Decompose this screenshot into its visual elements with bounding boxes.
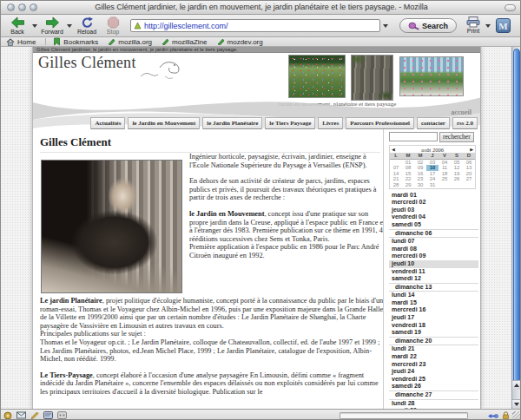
security-lock-icon[interactable]: [502, 411, 510, 420]
calendar-day[interactable]: 28: [390, 182, 402, 188]
home-button[interactable]: Home: [6, 38, 36, 46]
day-list-item[interactable]: mercredi 09: [389, 253, 478, 260]
personal-toolbar-link[interactable]: mozillaZine: [162, 38, 207, 46]
day-list-item[interactable]: vendredi 04: [389, 213, 478, 221]
stop-button[interactable]: Stop: [100, 16, 126, 36]
print-button[interactable]: Print: [463, 16, 484, 36]
day-list-item[interactable]: dimanche 13: [389, 283, 478, 292]
nav-item[interactable]: Parcours Professionnel: [346, 117, 414, 129]
calendar-day[interactable]: 31: [426, 182, 439, 188]
reload-button[interactable]: Reload: [74, 16, 100, 36]
bookmarks-button[interactable]: Bookmarks: [53, 37, 98, 46]
calendar-day[interactable]: 08: [402, 165, 414, 171]
calendar-day[interactable]: 13: [463, 165, 475, 171]
day-list-item[interactable]: mardi 01: [389, 192, 478, 200]
day-list-item[interactable]: vendredi 18: [389, 322, 478, 330]
calendar-day[interactable]: 01: [402, 159, 414, 165]
day-list-item[interactable]: mercredi 23: [389, 361, 478, 369]
day-list-item[interactable]: jeudi 24: [389, 368, 478, 376]
search-button[interactable]: Search: [399, 18, 457, 33]
print-dropdown-arrow[interactable]: [485, 24, 491, 28]
day-list-item[interactable]: jeudi 10: [389, 260, 478, 268]
calendar-day[interactable]: 23: [414, 176, 426, 182]
window-close-button[interactable]: [7, 3, 15, 11]
personal-toolbar-link[interactable]: mozdev.org: [217, 38, 263, 46]
calendar-day[interactable]: 22: [402, 176, 414, 182]
calendar-day[interactable]: 19: [451, 171, 463, 177]
calendar-day[interactable]: 05: [451, 159, 463, 165]
mozilla-throbber-logo[interactable]: M: [496, 18, 511, 33]
nav-item[interactable]: le Jardin Planétaire: [202, 117, 262, 129]
back-button[interactable]: Back: [4, 16, 30, 36]
forward-dropdown-arrow[interactable]: [67, 24, 72, 28]
personal-toolbar-link[interactable]: mozilla.org: [108, 38, 152, 46]
calendar-day[interactable]: 09: [414, 165, 426, 171]
calendar-day[interactable]: 04: [439, 159, 451, 165]
day-list-item[interactable]: samedi 26: [389, 383, 478, 390]
site-search-button[interactable]: rechercher: [439, 132, 474, 142]
accueil-link[interactable]: accueil: [451, 108, 472, 116]
day-list-item[interactable]: lundi 14: [389, 292, 478, 299]
day-list-item[interactable]: vendredi 11: [389, 268, 478, 276]
resize-grip[interactable]: [512, 411, 521, 420]
calendar-day[interactable]: 25: [439, 176, 451, 182]
site-search-input[interactable]: [389, 132, 438, 141]
forward-button[interactable]: Forward: [39, 16, 65, 36]
component-extra-icon[interactable]: [57, 411, 67, 419]
nav-item[interactable]: rss 2.0: [452, 117, 478, 129]
nav-item[interactable]: contacter: [417, 117, 450, 129]
calendar-day[interactable]: 30: [414, 182, 426, 188]
day-list-item[interactable]: jeudi 03: [389, 207, 478, 214]
online-status-icon[interactable]: [488, 412, 498, 420]
calendar-day[interactable]: 02: [414, 159, 426, 165]
calendar-day[interactable]: 24: [426, 176, 439, 182]
window-minimize-button[interactable]: [18, 3, 26, 11]
addressbook-icon[interactable]: [43, 411, 53, 419]
calendar-day[interactable]: 29: [402, 182, 414, 188]
calendar-day[interactable]: 27: [463, 176, 475, 182]
toolbar-collapse-widget[interactable]: [505, 4, 516, 11]
calendar-day[interactable]: 18: [439, 171, 451, 177]
calendar-day[interactable]: 03: [426, 159, 439, 165]
calendar-day[interactable]: 17: [426, 171, 439, 177]
day-list-item[interactable]: mardi 22: [389, 353, 478, 361]
nav-item[interactable]: le Tiers Paysage: [265, 117, 315, 129]
calendar-day[interactable]: 21: [390, 176, 402, 182]
day-list-item[interactable]: lundi 21: [389, 345, 478, 353]
calendar-day[interactable]: 15: [402, 171, 414, 177]
calendar-prev-arrow[interactable]: ◀: [392, 146, 395, 153]
nav-item[interactable]: Actualités: [90, 117, 125, 129]
day-list-item[interactable]: samedi 19: [389, 329, 478, 337]
scrollbar-thumb[interactable]: [513, 49, 520, 384]
back-dropdown-arrow[interactable]: [32, 24, 37, 28]
day-list-item[interactable]: jeudi 17: [389, 314, 478, 322]
url-input[interactable]: [144, 21, 377, 31]
day-list-item[interactable]: lundi 28: [389, 400, 478, 408]
calendar-day[interactable]: 26: [451, 176, 463, 182]
nav-item[interactable]: le Jardin en Mouvement: [128, 117, 200, 129]
calendar-next-arrow[interactable]: ▶: [470, 146, 473, 153]
day-list-item[interactable]: lundi 07: [389, 238, 478, 246]
calendar-day[interactable]: 14: [390, 171, 402, 177]
calendar-day[interactable]: 06: [463, 159, 475, 165]
day-list-item[interactable]: dimanche 20: [389, 337, 478, 346]
window-zoom-button[interactable]: [30, 3, 37, 11]
calendar-day-selected[interactable]: 10: [426, 165, 439, 171]
day-list-item[interactable]: dimanche 27: [389, 390, 478, 400]
vertical-scrollbar[interactable]: [511, 47, 520, 409]
calendar-day[interactable]: 11: [439, 165, 451, 171]
scrollbar-down-button[interactable]: [512, 399, 521, 409]
day-list-item[interactable]: dimanche 06: [389, 229, 478, 239]
navigator-icon[interactable]: [3, 411, 12, 420]
composer-icon[interactable]: [30, 411, 39, 420]
scrollbar-up-button[interactable]: [512, 380, 521, 390]
day-list-item[interactable]: mercredi 02: [389, 199, 478, 207]
nav-item[interactable]: Livres: [318, 117, 343, 129]
day-list-item[interactable]: vendredi 25: [389, 376, 478, 384]
day-list-item[interactable]: samedi 12: [389, 275, 478, 283]
mail-icon[interactable]: [16, 411, 26, 419]
url-bar[interactable]: [130, 19, 380, 32]
day-list-item[interactable]: mardi 08: [389, 246, 478, 253]
calendar-day[interactable]: 20: [463, 171, 475, 177]
day-list-item[interactable]: mercredi 16: [389, 306, 478, 314]
